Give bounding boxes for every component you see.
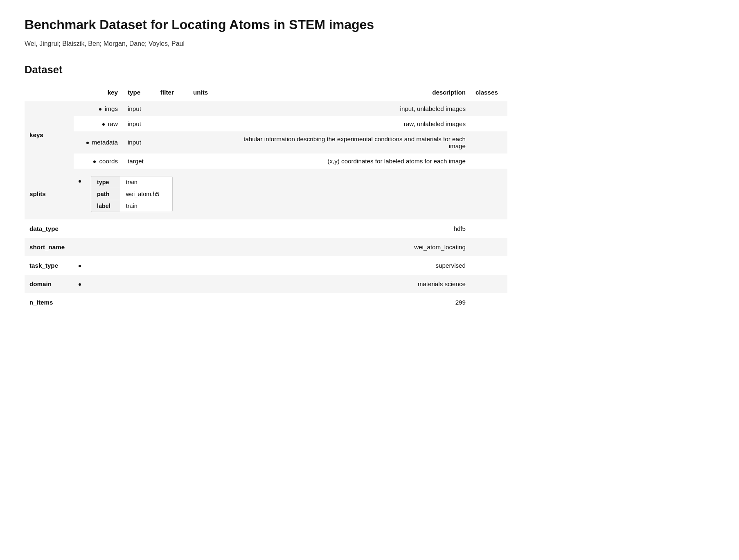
bottom-row-classes [471, 275, 507, 293]
bottom-row-classes [471, 256, 507, 275]
bottom-row-bullet [74, 256, 123, 275]
bottom-row-label: data_type [25, 219, 74, 238]
split-value: wei_atom.h5 [120, 188, 172, 200]
splits-inner-table: typetrainpathwei_atom.h5labeltrain [91, 176, 173, 212]
bottom-row-filter [123, 256, 155, 275]
col-header-units: units [188, 86, 221, 101]
bottom-row-filter [123, 275, 155, 293]
key-filter [155, 101, 188, 116]
col-header-type: type [123, 86, 155, 101]
bottom-row-classes [471, 219, 507, 238]
bottom-row-value: supervised [221, 256, 471, 275]
bottom-row-filter [123, 293, 155, 312]
key-description: input, unlabeled images [221, 101, 471, 116]
key-name: metadata [74, 131, 123, 154]
bottom-row-units [155, 256, 188, 275]
bottom-row-value: 299 [221, 293, 471, 312]
key-description: raw, unlabeled images [221, 116, 471, 131]
bottom-row-desc [188, 238, 221, 256]
col-header-description: description [221, 86, 471, 101]
bottom-row-desc [188, 219, 221, 238]
bottom-row-desc [188, 293, 221, 312]
bottom-row-bullet [74, 219, 123, 238]
bottom-row-units [155, 219, 188, 238]
bottom-row-label: n_items [25, 293, 74, 312]
key-classes [471, 154, 507, 169]
key-type: input [123, 131, 155, 154]
bottom-row-bullet [74, 275, 123, 293]
authors: Wei, Jingrui; Blaiszik, Ben; Morgan, Dan… [25, 40, 507, 47]
key-type: input [123, 116, 155, 131]
bottom-row-units [155, 275, 188, 293]
key-name: imgs [74, 101, 123, 116]
split-value: train [120, 176, 172, 188]
bottom-row-bullet [74, 293, 123, 312]
split-field: type [91, 176, 120, 188]
bottom-row-units [155, 293, 188, 312]
key-description: (x,y) coordinates for labeled atoms for … [221, 154, 471, 169]
key-classes [471, 131, 507, 154]
splits-content: typetrainpathwei_atom.h5labeltrain [74, 169, 507, 219]
split-field: path [91, 188, 120, 200]
keys-label: keys [25, 101, 74, 169]
page-title: Benchmark Dataset for Locating Atoms in … [25, 16, 507, 34]
key-type: target [123, 154, 155, 169]
bottom-row-classes [471, 293, 507, 312]
bottom-row-desc [188, 256, 221, 275]
bottom-row-units [155, 238, 188, 256]
key-classes [471, 101, 507, 116]
bottom-row-value: hdf5 [221, 219, 471, 238]
key-units [188, 116, 221, 131]
bottom-row-bullet [74, 238, 123, 256]
key-name: raw [74, 116, 123, 131]
col-header-classes: classes [471, 86, 507, 101]
bottom-row-label: task_type [25, 256, 74, 275]
key-type: input [123, 101, 155, 116]
bottom-row-value: wei_atom_locating [221, 238, 471, 256]
bottom-row-label: short_name [25, 238, 74, 256]
key-filter [155, 116, 188, 131]
bottom-row-classes [471, 238, 507, 256]
key-classes [471, 116, 507, 131]
split-value: train [120, 200, 172, 212]
bottom-row-label: domain [25, 275, 74, 293]
key-units [188, 131, 221, 154]
key-filter [155, 131, 188, 154]
key-units [188, 101, 221, 116]
bottom-row-filter [123, 219, 155, 238]
key-units [188, 154, 221, 169]
dataset-section-heading: Dataset [25, 64, 507, 76]
bottom-row-value: materials science [221, 275, 471, 293]
bottom-row-filter [123, 238, 155, 256]
splits-label: splits [25, 169, 74, 219]
col-header-filter: filter [155, 86, 188, 101]
split-field: label [91, 200, 120, 212]
key-name: coords [74, 154, 123, 169]
bottom-row-desc [188, 275, 221, 293]
key-description: tabular information describing the exper… [221, 131, 471, 154]
col-header-key: key [74, 86, 123, 101]
key-filter [155, 154, 188, 169]
col-header-section [25, 86, 74, 101]
